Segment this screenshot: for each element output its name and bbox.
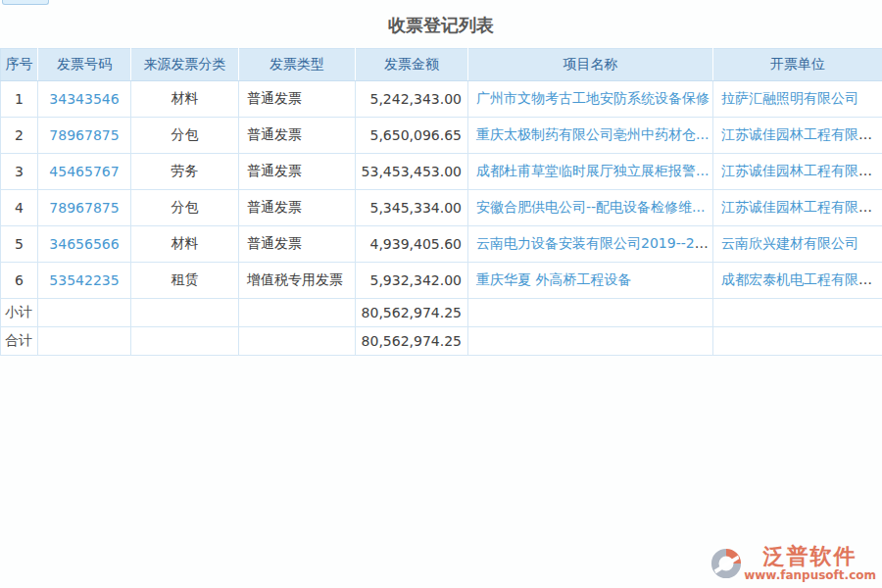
col-header-project-name: 项目名称: [468, 49, 713, 81]
receipt-registration-page: 收票登记列表 序号发票号码来源发票分类发票类型发票金额项目名称开票单位 1343…: [0, 0, 882, 588]
invoicing-unit-link[interactable]: 江苏诚佳园林工程有限公司: [721, 163, 882, 178]
cell-invoice-amount: 5,345,334.00: [356, 190, 468, 226]
table-row: 345465767劳务普通发票53,453,453.00成都杜甫草堂临时展厅独立…: [1, 154, 882, 190]
cell-project-name: 安徽合肥供电公司--配电设备检修维...: [468, 190, 713, 226]
cell-invoice-number: 53542235: [38, 263, 131, 299]
cell-source-category: 劳务: [131, 154, 239, 190]
cell-invoice-amount: 4,939,405.60: [356, 226, 468, 263]
header-row: 序号发票号码来源发票分类发票类型发票金额项目名称开票单位: [1, 49, 882, 81]
cell-project-name: 重庆太极制药有限公司亳州中药材仓...: [468, 118, 713, 154]
invoice-number-link[interactable]: 78967875: [49, 127, 119, 143]
project-name-link[interactable]: 成都杜甫草堂临时展厅独立展柜报警...: [476, 163, 709, 178]
col-header-index: 序号: [1, 49, 38, 81]
cell-source-category: 租赁: [131, 263, 239, 299]
cell-invoicing-unit: 江苏诚佳园林工程有限公司: [713, 118, 882, 154]
total-amount: 80,562,974.25: [356, 327, 468, 356]
table-row: 534656566材料普通发票4,939,405.60云南电力设备安装有限公司2…: [1, 226, 882, 263]
col-header-invoicing-unit: 开票单位: [713, 49, 882, 81]
cell-invoice-number: 45465767: [38, 154, 131, 190]
invoicing-unit-link[interactable]: 江苏诚佳园林工程有限公司: [721, 199, 882, 215]
cell-invoice-type: 普通发票: [239, 190, 356, 226]
table-body: 134343546材料普通发票5,242,343.00广州市文物考古工地安防系统…: [1, 81, 882, 356]
col-header-invoice-type: 发票类型: [239, 49, 356, 81]
cell-index: 2: [1, 118, 38, 154]
watermark-text: 泛普软件 www.fanpusoft.com: [744, 545, 876, 582]
invoicing-unit-link[interactable]: 江苏诚佳园林工程有限公司: [721, 126, 882, 142]
cell-invoice-number: 34343546: [38, 81, 131, 118]
top-tab-fragment: [2, 0, 49, 5]
cell-project-name: 重庆华夏 外高桥工程设备: [468, 263, 713, 299]
total-empty-cell: [713, 327, 882, 356]
cell-source-category: 分包: [131, 190, 239, 226]
cell-invoice-number: 34656566: [38, 226, 131, 263]
table-row: 653542235租赁增值税专用发票5,932,342.00重庆华夏 外高桥工程…: [1, 263, 882, 299]
cell-invoicing-unit: 拉萨汇融照明有限公司: [713, 81, 882, 118]
fanpu-watermark: 泛普软件 www.fanpusoft.com: [710, 545, 876, 582]
subtotal-row: 小计80,562,974.25: [1, 299, 882, 327]
invoice-number-link[interactable]: 34343546: [49, 91, 119, 107]
fanpu-logo-icon: [710, 548, 742, 579]
total-empty-cell: [239, 327, 356, 356]
col-header-invoice-amount: 发票金额: [356, 49, 468, 81]
cell-index: 1: [1, 81, 38, 118]
cell-invoice-amount: 5,932,342.00: [356, 263, 468, 299]
cell-invoice-type: 增值税专用发票: [239, 263, 356, 299]
cell-invoicing-unit: 云南欣兴建材有限公司: [713, 226, 882, 263]
cell-invoice-type: 普通发票: [239, 118, 356, 154]
cell-invoice-amount: 5,242,343.00: [356, 81, 468, 118]
table-row: 478967875分包普通发票5,345,334.00安徽合肥供电公司--配电设…: [1, 190, 882, 226]
cell-invoice-amount: 53,453,453.00: [356, 154, 468, 190]
cell-invoicing-unit: 成都宏泰机电工程有限公司: [713, 263, 882, 299]
invoice-number-link[interactable]: 78967875: [49, 200, 119, 216]
cell-project-name: 成都杜甫草堂临时展厅独立展柜报警...: [468, 154, 713, 190]
cell-invoice-type: 普通发票: [239, 226, 356, 263]
total-empty-cell: [131, 327, 239, 356]
invoicing-unit-link[interactable]: 拉萨汇融照明有限公司: [721, 90, 858, 106]
cell-invoice-number: 78967875: [38, 118, 131, 154]
cell-index: 4: [1, 190, 38, 226]
table-row: 278967875分包普通发票5,650,096.65重庆太极制药有限公司亳州中…: [1, 118, 882, 154]
total-row: 合计80,562,974.25: [1, 327, 882, 356]
cell-index: 5: [1, 226, 38, 263]
total-empty-cell: [38, 327, 131, 356]
total-label: 合计: [1, 327, 38, 356]
subtotal-empty-cell: [713, 299, 882, 327]
page-title: 收票登记列表: [0, 0, 882, 48]
cell-source-category: 材料: [131, 226, 239, 263]
invoice-number-link[interactable]: 53542235: [49, 272, 119, 288]
table-row: 134343546材料普通发票5,242,343.00广州市文物考古工地安防系统…: [1, 81, 882, 118]
cell-invoicing-unit: 江苏诚佳园林工程有限公司: [713, 190, 882, 226]
cell-source-category: 材料: [131, 81, 239, 118]
invoice-number-link[interactable]: 34656566: [49, 236, 119, 252]
subtotal-label: 小计: [1, 299, 38, 327]
project-name-link[interactable]: 安徽合肥供电公司--配电设备检修维...: [476, 199, 705, 215]
col-header-invoice-number: 发票号码: [38, 49, 131, 81]
total-empty-cell: [468, 327, 713, 356]
cell-project-name: 云南电力设备安装有限公司2019--20...: [468, 226, 713, 263]
subtotal-empty-cell: [239, 299, 356, 327]
cell-invoice-number: 78967875: [38, 190, 131, 226]
cell-invoice-amount: 5,650,096.65: [356, 118, 468, 154]
invoicing-unit-link[interactable]: 云南欣兴建材有限公司: [721, 235, 858, 251]
cell-index: 3: [1, 154, 38, 190]
subtotal-amount: 80,562,974.25: [356, 299, 468, 327]
receipt-table: 序号发票号码来源发票分类发票类型发票金额项目名称开票单位 134343546材料…: [0, 48, 882, 356]
table-header: 序号发票号码来源发票分类发票类型发票金额项目名称开票单位: [1, 49, 882, 81]
watermark-brand: 泛普软件: [763, 545, 858, 568]
subtotal-empty-cell: [131, 299, 239, 327]
subtotal-empty-cell: [468, 299, 713, 327]
cell-source-category: 分包: [131, 118, 239, 154]
cell-index: 6: [1, 263, 38, 299]
cell-project-name: 广州市文物考古工地安防系统设备保修: [468, 81, 713, 118]
col-header-source-category: 来源发票分类: [131, 49, 239, 81]
project-name-link[interactable]: 重庆太极制药有限公司亳州中药材仓...: [476, 126, 709, 142]
project-name-link[interactable]: 广州市文物考古工地安防系统设备保修: [476, 90, 710, 106]
subtotal-empty-cell: [38, 299, 131, 327]
project-name-link[interactable]: 重庆华夏 外高桥工程设备: [476, 271, 631, 287]
cell-invoice-type: 普通发票: [239, 154, 356, 190]
cell-invoicing-unit: 江苏诚佳园林工程有限公司: [713, 154, 882, 190]
project-name-link[interactable]: 云南电力设备安装有限公司2019--20...: [476, 235, 713, 251]
invoice-number-link[interactable]: 45465767: [49, 164, 119, 179]
watermark-url: www.fanpusoft.com: [744, 568, 876, 582]
invoicing-unit-link[interactable]: 成都宏泰机电工程有限公司: [721, 271, 882, 287]
